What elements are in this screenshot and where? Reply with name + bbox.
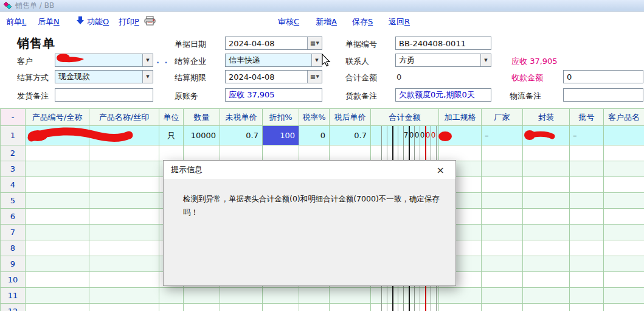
grid-cell[interactable] (89, 304, 159, 311)
column-header-10[interactable]: 合计金额 (371, 108, 439, 126)
grid-cell[interactable] (570, 161, 604, 177)
grid-cell[interactable] (26, 288, 89, 304)
customer-combo[interactable]: ▼ (55, 54, 153, 67)
row-number-cell[interactable]: 9 (0, 256, 26, 272)
grid-cell[interactable] (89, 177, 159, 193)
column-header-1[interactable]: - (0, 108, 26, 126)
grid-cell[interactable] (523, 288, 570, 304)
grid-cell[interactable] (26, 161, 89, 177)
received-amount-input[interactable] (563, 70, 643, 83)
grid-cell[interactable] (89, 240, 159, 256)
grid-cell[interactable] (570, 225, 604, 240)
column-header-3[interactable]: 产品名称/丝印 (89, 108, 159, 126)
row-number-cell[interactable]: 6 (0, 209, 26, 225)
column-header-14[interactable]: 批号 (570, 108, 604, 126)
grid-cell[interactable] (523, 240, 570, 256)
grid-cell[interactable] (330, 288, 371, 304)
grid-cell[interactable] (89, 209, 159, 225)
grid-cell[interactable] (482, 272, 523, 288)
grid-cell[interactable] (570, 304, 604, 311)
grid-cell[interactable] (299, 304, 330, 311)
audit-button[interactable]: 审核C (278, 16, 299, 27)
grid-cell[interactable] (604, 193, 644, 209)
grid-cell[interactable] (439, 126, 482, 145)
functions-button[interactable]: 功能O (87, 16, 109, 27)
grid-cell[interactable] (482, 209, 523, 225)
grid-cell[interactable] (523, 272, 570, 288)
column-header-7[interactable]: 折扣% (263, 108, 299, 126)
row-number-cell[interactable]: 2 (0, 145, 26, 161)
grid-cell[interactable] (220, 304, 263, 311)
customer-browse-button[interactable]: . . (156, 56, 168, 65)
grid-cell[interactable] (604, 126, 644, 145)
row-number-cell[interactable]: 3 (0, 161, 26, 177)
grid-cell[interactable] (439, 304, 482, 311)
grid-cell[interactable] (482, 288, 523, 304)
chevron-down-icon[interactable]: ▼ (480, 54, 491, 66)
grid-cell[interactable]: – (570, 126, 604, 145)
row-number-cell[interactable]: 12 (0, 304, 26, 311)
grid-cell[interactable] (26, 209, 89, 225)
chevron-down-icon[interactable]: ▼ (142, 54, 153, 66)
grid-cell[interactable] (26, 225, 89, 240)
grid-cell[interactable] (570, 177, 604, 193)
grid-cell[interactable] (26, 126, 89, 145)
grid-cell[interactable] (159, 288, 184, 304)
grid-cell[interactable] (184, 288, 220, 304)
grid-cell[interactable]: 10000 (184, 126, 220, 145)
grid-cell[interactable] (299, 288, 330, 304)
back-button[interactable]: 返回R (389, 16, 410, 27)
column-header-8[interactable]: 税率% (299, 108, 330, 126)
grid-cell[interactable] (89, 145, 159, 161)
grid-cell[interactable] (184, 304, 220, 311)
grid-cell[interactable] (89, 256, 159, 272)
grid-cell[interactable] (330, 145, 371, 161)
grid-cell[interactable] (604, 288, 644, 304)
grid-cell[interactable] (220, 288, 263, 304)
row-number-cell[interactable]: 10 (0, 272, 26, 288)
close-icon[interactable]: × (433, 164, 448, 176)
column-header-6[interactable]: 未税单价 (220, 108, 263, 126)
contact-combo[interactable]: 方勇 ▼ (395, 54, 491, 67)
grid-cell[interactable] (263, 304, 299, 311)
grid-cell[interactable] (159, 304, 184, 311)
grid-cell[interactable] (439, 145, 482, 161)
column-header-2[interactable]: 产品编号/全称 (26, 108, 89, 126)
settle-method-combo[interactable]: 现金现款 ▼ (55, 70, 153, 83)
column-header-15[interactable]: 客户品名 (604, 108, 644, 126)
row-number-cell[interactable]: 7 (0, 225, 26, 240)
grid-cell[interactable] (26, 193, 89, 209)
grid-cell[interactable] (482, 177, 523, 193)
calendar-dropdown-icon[interactable]: ▦▼ (307, 37, 322, 49)
settle-company-combo[interactable]: 信丰快递 ▼ (225, 54, 322, 67)
grid-cell[interactable] (523, 256, 570, 272)
chevron-down-icon[interactable]: ▼ (142, 71, 153, 83)
save-button[interactable]: 保存S (352, 16, 373, 27)
row-number-cell[interactable]: 8 (0, 240, 26, 256)
grid-cell[interactable] (570, 272, 604, 288)
grid-cell[interactable] (604, 177, 644, 193)
chevron-down-icon[interactable]: ▼ (311, 54, 322, 66)
grid-cell[interactable] (89, 193, 159, 209)
grid-cell[interactable] (89, 225, 159, 240)
grid-cell[interactable] (523, 161, 570, 177)
grid-cell[interactable] (89, 272, 159, 288)
grid-cell[interactable] (523, 225, 570, 240)
grid-cell[interactable] (604, 272, 644, 288)
column-header-12[interactable]: 厂家 (482, 108, 523, 126)
grid-cell[interactable] (482, 256, 523, 272)
down-arrow-icon[interactable] (76, 16, 85, 25)
grid-cell[interactable] (523, 304, 570, 311)
row-number-cell[interactable]: 11 (0, 288, 26, 304)
column-header-9[interactable]: 税后单价 (330, 108, 371, 126)
debt-note-box[interactable]: 欠款额度0元,期限0天 (395, 88, 491, 102)
grid-cell[interactable] (604, 161, 644, 177)
grid-cell[interactable] (26, 304, 89, 311)
column-header-13[interactable]: 封装 (523, 108, 570, 126)
grid-cell[interactable] (604, 304, 644, 311)
grid-cell[interactable] (482, 193, 523, 209)
grid-cell[interactable] (26, 256, 89, 272)
print-button[interactable]: 打印P (119, 16, 139, 27)
grid-cell[interactable] (184, 145, 220, 161)
column-header-11[interactable]: 加工规格 (439, 108, 482, 126)
